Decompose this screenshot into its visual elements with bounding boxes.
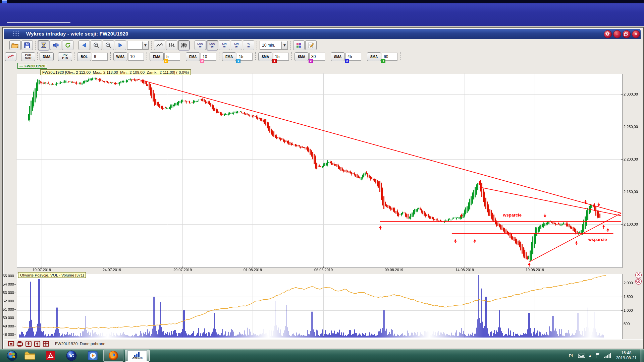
indicator-group-ema15: EMA153 (222, 52, 253, 61)
open-button[interactable] (9, 40, 21, 50)
download-icon[interactable] (25, 341, 32, 347)
indicator-bol-button[interactable]: BOL (77, 52, 91, 61)
bar-chart-button[interactable] (166, 40, 177, 50)
red-chart-icon (7, 54, 14, 59)
indicator-badge: 3 (345, 59, 349, 63)
system-tray: PL ▲ 16:48 2019-08-21 (567, 349, 644, 362)
indicator-wma-button[interactable]: WMA (113, 52, 127, 61)
chevron-down-icon[interactable]: ▼ (142, 42, 148, 49)
settings-button[interactable] (604, 30, 612, 38)
colors-button[interactable] (293, 40, 305, 50)
indicator-toolbar: PAR SAR DMA PIV PTS BOL9WMA10EMA51EMA102… (5, 52, 402, 62)
separator (400, 52, 400, 61)
epromak-label: ePROMAK (132, 357, 143, 359)
separator (37, 52, 38, 61)
scale-log-neq-button[interactable]: LOG ≠ (207, 40, 218, 50)
tray-expand-icon[interactable]: ▲ (589, 354, 591, 357)
clock[interactable]: 16:48 2019-08-21 (616, 351, 637, 361)
edit-button[interactable] (305, 40, 317, 50)
taskbar-3g[interactable]: 3G (62, 350, 81, 361)
indicator-value-field[interactable]: 51 (164, 53, 180, 61)
indicator-sma-button[interactable]: SMA (367, 52, 381, 61)
symbol-combobox[interactable]: ▼ (127, 41, 149, 50)
restore-button[interactable] (623, 30, 631, 38)
table-icon[interactable] (43, 341, 49, 347)
printer-icon[interactable] (16, 341, 23, 347)
action-center-flag-icon[interactable] (595, 353, 600, 359)
volume-legend-box: Otwarte Pozycje, VOL - Volume [371] (18, 272, 86, 278)
keyboard-icon[interactable] (578, 353, 585, 358)
pan-left-button[interactable] (78, 40, 90, 50)
price-chart-panel[interactable] (17, 74, 623, 268)
sound-button[interactable] (50, 40, 61, 50)
indicator-value-field[interactable]: 10 (128, 53, 144, 61)
indicator-value-field[interactable]: 453 (345, 53, 361, 61)
indicator-ema-button[interactable]: EMA (150, 52, 164, 61)
window-title-bar[interactable]: Wykres intraday - wiele sesji: FW20U1920… (4, 29, 641, 39)
indicator-value-field[interactable]: 604 (382, 53, 397, 61)
scale-pct-button[interactable]: % = (243, 40, 254, 50)
indicator-ema-button[interactable]: EMA (186, 52, 200, 61)
indicator-close-button[interactable]: ✕ (635, 272, 642, 278)
chevron-down-icon[interactable]: ▼ (281, 42, 287, 49)
indicator-sma-button[interactable]: SMA (331, 52, 345, 61)
candlestick-button[interactable] (178, 40, 190, 50)
language-indicator[interactable]: PL (569, 353, 574, 358)
indicator-sma-button[interactable]: SMA (294, 52, 309, 61)
start-button[interactable] (5, 350, 19, 361)
indicator-dma-button[interactable]: DMA (40, 52, 54, 61)
scale-lin-neq-button[interactable]: LIN ≠ (231, 40, 242, 50)
refresh-button[interactable] (62, 40, 73, 50)
indicator-value-field[interactable]: 102 (201, 53, 216, 61)
wait-button[interactable] (38, 40, 49, 50)
folder-icon (24, 351, 36, 360)
upload-icon[interactable] (34, 341, 41, 347)
taskbar-explorer[interactable] (20, 350, 40, 361)
taskbar-mediaplayer[interactable] (83, 350, 102, 361)
scale-lin-eq-button[interactable]: LIN = (219, 40, 230, 50)
monitor-icon[interactable] (8, 341, 14, 347)
media-player-icon (87, 351, 98, 361)
taskbar-acrobat[interactable] (41, 350, 60, 361)
indicator-group-wma10: WMA10 (113, 52, 144, 61)
zoom-in-button[interactable] (91, 40, 102, 50)
indicator-badge: 1 (164, 59, 168, 63)
indicator-parsar-button[interactable]: PAR SAR (21, 52, 35, 61)
indicator-value-field[interactable]: 151 (273, 53, 289, 61)
minimize-button[interactable]: – (613, 30, 621, 38)
pan-right-button[interactable] (115, 40, 126, 50)
volume-chart-panel[interactable] (17, 274, 623, 339)
speaker-icon (53, 43, 59, 48)
firefox-icon (108, 350, 119, 361)
hourglass-icon (41, 42, 46, 48)
interval-value: 10 min. (260, 43, 281, 48)
indicator-value-field[interactable]: 9 (92, 53, 108, 61)
close-button[interactable]: × (632, 30, 640, 38)
separator (147, 52, 147, 61)
taskbar-epromak[interactable]: ePROMAK (125, 350, 150, 362)
save-button[interactable] (21, 40, 33, 50)
indicator-sma-button[interactable]: SMA (258, 52, 272, 61)
ohlc-bars-icon (168, 43, 175, 48)
line-chart-button[interactable] (154, 40, 165, 50)
network-signal-icon[interactable] (604, 353, 611, 358)
indicator-value-field[interactable]: 302 (309, 53, 325, 61)
indicator-target-button[interactable] (635, 278, 642, 285)
band-highlight (7, 22, 70, 23)
chart-style-button[interactable] (5, 52, 16, 61)
show-desktop-button[interactable] (640, 349, 644, 362)
gear-icon (604, 31, 611, 37)
zoom-out-button[interactable] (103, 40, 114, 50)
indicator-value-field[interactable]: 153 (237, 53, 253, 61)
separator (257, 41, 257, 50)
scale-log-eq-button[interactable]: LOG = (195, 40, 206, 50)
taskbar-firefox[interactable] (103, 350, 123, 362)
3g-icon: 3G (66, 350, 77, 361)
interval-combobox[interactable]: 10 min. ▼ (260, 41, 288, 50)
indicator-group-sma30: SMA302 (294, 52, 325, 61)
indicator-ema-button[interactable]: EMA (222, 52, 236, 61)
indicator-pivpts-button[interactable]: PIV PTS (58, 52, 72, 61)
candlestick-icon (180, 43, 187, 48)
separator (255, 52, 256, 61)
separator (291, 52, 292, 61)
